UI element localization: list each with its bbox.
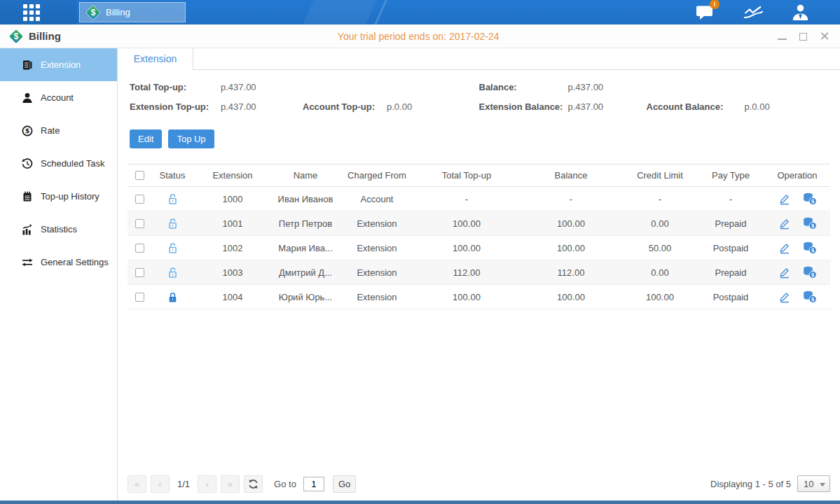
first-page-button[interactable]: « xyxy=(128,475,146,493)
name-cell: Дмитрий Д... xyxy=(272,267,339,278)
unlocked-icon xyxy=(167,242,179,254)
sidebar-item-scheduled-task[interactable]: Scheduled Task xyxy=(0,147,117,180)
trial-notice: Your trial period ends on: 2017-02-24 xyxy=(338,31,500,42)
topup-row-icon[interactable]: $ xyxy=(803,241,817,254)
dollar-circle-icon: $ xyxy=(22,125,33,136)
credit-limit-cell: - xyxy=(624,194,696,204)
extension-cell: 1001 xyxy=(193,218,272,229)
summary-panel: Total Top-up: p.437.00 Balance: p.437.00… xyxy=(130,82,828,112)
column-header: Operation xyxy=(765,170,829,181)
goto-label: Go to xyxy=(274,479,296,489)
topup-row-icon[interactable]: $ xyxy=(803,266,817,279)
window-titlebar: $ Billing Your trial period ends on: 201… xyxy=(0,24,840,48)
row-checkbox[interactable] xyxy=(135,219,144,228)
close-button[interactable]: ✕ xyxy=(819,31,830,42)
page-size-value: 10 xyxy=(804,479,813,489)
next-page-button[interactable]: › xyxy=(198,475,216,493)
balance-cell: 100.00 xyxy=(518,243,624,253)
sidebar-item-topup-history[interactable]: Top-up History xyxy=(0,180,117,213)
minimize-button[interactable] xyxy=(778,34,787,40)
goto-page-input[interactable] xyxy=(303,477,324,491)
sidebar-item-label: General Settings xyxy=(41,257,109,267)
displaying-text: Displaying 1 - 5 of 5 xyxy=(710,479,791,489)
sidebar-item-label: Scheduled Task xyxy=(41,158,105,169)
user-account-icon[interactable] xyxy=(792,4,809,20)
credit-limit-cell: 0.00 xyxy=(624,267,696,278)
extension-cell: 1000 xyxy=(193,194,272,204)
refresh-button[interactable] xyxy=(244,475,263,493)
extension-cell: 1004 xyxy=(193,292,272,302)
messages-icon[interactable]: ! xyxy=(696,4,715,20)
row-checkbox[interactable] xyxy=(135,244,144,253)
table-row: 1002 Мария Ива... Extension 100.00 100.0… xyxy=(128,236,830,260)
sidebar: Extension Account $ Rate Scheduled Task xyxy=(0,48,118,500)
column-header: Pay Type xyxy=(696,170,765,181)
pay-type-cell: Prepaid xyxy=(696,267,765,278)
app-launcher-button[interactable] xyxy=(0,0,77,24)
balance-label: Balance: xyxy=(479,82,568,92)
column-header: Total Top-up xyxy=(415,170,518,181)
history-clock-icon xyxy=(22,158,33,169)
pay-type-cell: Prepaid xyxy=(696,218,765,229)
taskbar-tab-label: Billing xyxy=(106,7,130,18)
select-all-checkbox[interactable] xyxy=(135,171,144,180)
chevron-down-icon xyxy=(820,483,825,486)
sidebar-item-label: Extension xyxy=(41,59,81,70)
sidebar-item-statistics[interactable]: Statistics xyxy=(0,213,117,246)
table-row: 1001 Петр Петров Extension 100.00 100.00… xyxy=(128,211,830,236)
account-topup-value: p.0.00 xyxy=(387,102,412,112)
edit-row-icon[interactable] xyxy=(778,217,791,230)
table-row: 1003 Дмитрий Д... Extension 112.00 112.0… xyxy=(128,260,830,285)
pagination-bar: « ‹ 1/1 › » Go to Go Displayi xyxy=(118,467,840,500)
pay-type-cell: Postpaid xyxy=(696,292,765,302)
row-checkbox[interactable] xyxy=(135,293,144,302)
sidebar-item-account[interactable]: Account xyxy=(0,81,117,114)
edit-row-icon[interactable] xyxy=(778,266,791,279)
notepad-icon xyxy=(22,191,33,202)
last-page-button[interactable]: » xyxy=(221,475,240,493)
window-bottom-edge xyxy=(0,500,840,504)
svg-text:$: $ xyxy=(25,127,30,134)
svg-text:$: $ xyxy=(811,198,814,204)
total-topup-value: p.437.00 xyxy=(221,82,256,92)
billing-window-icon: $ xyxy=(9,29,23,43)
topup-row-icon[interactable]: $ xyxy=(803,290,817,303)
topup-row-icon[interactable]: $ xyxy=(803,192,817,205)
go-button[interactable]: Go xyxy=(333,475,356,493)
extension-cell: 1003 xyxy=(193,267,272,278)
prev-page-button[interactable]: ‹ xyxy=(151,475,170,493)
svg-text:$: $ xyxy=(811,247,814,253)
row-checkbox[interactable] xyxy=(135,195,144,204)
column-header: Status xyxy=(151,170,193,181)
maximize-button[interactable] xyxy=(799,33,807,41)
account-balance-label: Account Balance: xyxy=(647,102,745,112)
sidebar-item-label: Account xyxy=(41,92,74,103)
topup-row-icon[interactable]: $ xyxy=(803,217,817,230)
page-size-select[interactable]: 10 xyxy=(797,475,830,492)
credit-limit-cell: 50.00 xyxy=(624,243,696,253)
sliders-icon xyxy=(22,257,33,268)
table-row: 1000 Иван Иванов Account - - - - $ xyxy=(128,187,830,211)
ledger-icon xyxy=(22,59,33,71)
tab-strip: Extension xyxy=(118,48,840,70)
charged-from-cell: Extension xyxy=(339,267,415,278)
edit-row-icon[interactable] xyxy=(778,290,791,303)
row-checkbox[interactable] xyxy=(135,268,144,277)
locked-icon xyxy=(167,291,179,303)
credit-limit-cell: 0.00 xyxy=(624,218,696,229)
table-header: StatusExtensionNameCharged FromTotal Top… xyxy=(128,164,830,187)
sidebar-item-general-settings[interactable]: General Settings xyxy=(0,246,117,279)
statistics-chart-icon[interactable] xyxy=(743,5,764,20)
sidebar-item-extension[interactable]: Extension xyxy=(0,48,117,81)
sidebar-item-label: Statistics xyxy=(41,224,77,234)
top-up-button[interactable]: Top Up xyxy=(168,130,214,148)
edit-row-icon[interactable] xyxy=(778,241,791,254)
edit-button[interactable]: Edit xyxy=(130,130,162,148)
pay-type-cell: - xyxy=(696,194,765,204)
taskbar-tab-billing[interactable]: $ Billing xyxy=(79,2,186,22)
tab-extension[interactable]: Extension xyxy=(118,48,193,70)
column-header: Credit Limit xyxy=(624,170,696,181)
edit-row-icon[interactable] xyxy=(778,192,791,205)
sidebar-item-rate[interactable]: $ Rate xyxy=(0,114,117,147)
window-title: Billing xyxy=(29,30,61,42)
